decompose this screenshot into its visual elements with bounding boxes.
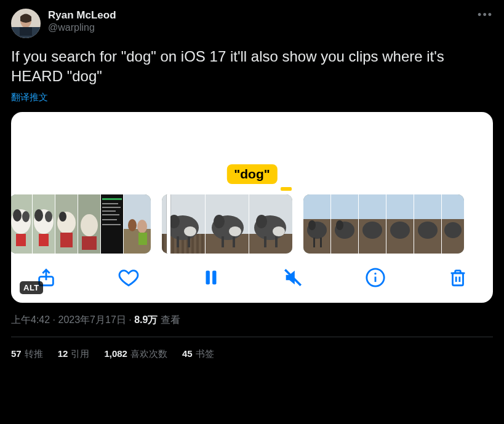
svg-rect-13 (39, 234, 49, 246)
svg-rect-8 (16, 234, 26, 246)
svg-rect-86 (452, 273, 463, 286)
svg-rect-57 (303, 194, 330, 219)
media-card[interactable]: "dog" (11, 112, 493, 303)
clip-thumb (206, 194, 249, 254)
clip-thumb (442, 194, 464, 254)
svg-point-85 (374, 273, 376, 274)
caption-badge: "dog" (226, 164, 277, 184)
svg-rect-76 (442, 194, 464, 219)
clip-thumb (249, 194, 292, 254)
svg-rect-41 (177, 236, 179, 247)
svg-rect-3 (20, 27, 32, 36)
svg-rect-62 (320, 238, 322, 247)
svg-point-47 (229, 226, 241, 236)
mute-icon[interactable] (282, 267, 303, 288)
clip-thumb (78, 194, 100, 254)
svg-point-66 (336, 220, 343, 230)
translate-link[interactable]: 翻译推文 (11, 92, 48, 103)
svg-rect-56 (275, 236, 278, 247)
clip-thumb (303, 194, 330, 254)
svg-rect-81 (212, 270, 216, 284)
svg-rect-22 (102, 198, 122, 200)
clip-thumb (124, 194, 151, 254)
svg-rect-28 (102, 224, 121, 225)
clip-thumb (331, 194, 358, 254)
svg-point-32 (137, 220, 147, 233)
svg-rect-24 (102, 207, 121, 208)
clip-group-active[interactable] (162, 194, 292, 254)
pause-icon[interactable] (201, 267, 222, 288)
svg-rect-17 (60, 233, 73, 247)
trash-icon[interactable] (447, 267, 468, 288)
info-icon[interactable] (365, 267, 386, 288)
svg-point-78 (444, 222, 462, 238)
media-inner: "dog" (11, 112, 493, 303)
svg-rect-61 (313, 238, 315, 247)
views-count: 8.9万 (134, 314, 158, 325)
svg-point-19 (81, 214, 98, 236)
alt-badge[interactable]: ALT (20, 281, 43, 294)
stat-likes[interactable]: 1,082喜欢次数 (104, 348, 167, 360)
avatar[interactable] (11, 9, 41, 38)
svg-rect-73 (414, 194, 441, 219)
clip-thumb (101, 194, 123, 254)
clip-thumb (55, 194, 78, 254)
svg-rect-48 (222, 236, 224, 247)
clip-thumb (414, 194, 441, 254)
svg-rect-70 (386, 194, 414, 219)
svg-point-60 (308, 220, 316, 230)
svg-rect-55 (264, 236, 266, 247)
svg-rect-33 (138, 233, 147, 245)
svg-point-31 (128, 219, 137, 231)
tweet-meta[interactable]: 上午4:42 · 2023年7月17日 · 8.9万 查看 (11, 314, 493, 327)
tweet-stats: 57转推 12引用 1,082喜欢次数 45书签 (11, 337, 493, 360)
tweet-text: If you search for "dog" on iOS 17 it'll … (11, 47, 493, 87)
handle: @warpling (48, 22, 116, 34)
svg-point-12 (45, 211, 52, 222)
media-toolbar (11, 254, 493, 303)
svg-rect-63 (331, 194, 358, 219)
svg-rect-80 (206, 270, 209, 284)
video-timeline[interactable] (11, 194, 493, 254)
svg-point-75 (418, 222, 438, 239)
svg-point-69 (362, 222, 382, 239)
svg-point-11 (34, 209, 43, 222)
svg-rect-25 (102, 210, 116, 212)
more-icon[interactable]: ••• (478, 9, 493, 22)
author-names[interactable]: Ryan McLeod @warpling (48, 9, 116, 34)
svg-point-72 (390, 222, 410, 239)
svg-rect-67 (359, 194, 386, 219)
stat-quotes[interactable]: 12引用 (58, 348, 90, 360)
svg-point-54 (273, 226, 285, 236)
stat-bookmarks[interactable]: 45书签 (182, 348, 214, 360)
tweet-container: Ryan McLeod @warpling ••• If you search … (0, 0, 504, 360)
svg-rect-20 (82, 236, 97, 250)
svg-point-6 (13, 209, 22, 222)
display-name: Ryan McLeod (48, 9, 116, 22)
svg-rect-26 (102, 214, 119, 215)
svg-point-7 (22, 211, 30, 222)
svg-point-16 (59, 212, 66, 222)
heart-icon[interactable] (118, 267, 139, 288)
clip-thumb (33, 194, 55, 254)
meta-time: 上午4:42 (11, 314, 50, 325)
svg-point-40 (184, 226, 196, 236)
clip-thumb (11, 194, 32, 254)
clip-thumb (359, 194, 386, 254)
svg-point-53 (256, 215, 267, 228)
svg-rect-42 (188, 236, 190, 247)
views-label: 查看 (158, 314, 180, 325)
svg-rect-23 (102, 203, 118, 204)
clip-group[interactable] (11, 194, 151, 254)
svg-rect-49 (233, 236, 235, 247)
tweet-header: Ryan McLeod @warpling ••• (11, 9, 493, 38)
stat-retweets[interactable]: 57转推 (11, 348, 43, 360)
playhead[interactable] (167, 194, 170, 254)
caption-tick (281, 187, 292, 191)
svg-point-46 (214, 215, 225, 228)
clip-thumb (386, 194, 414, 254)
clip-group[interactable] (303, 194, 464, 254)
meta-date: 2023年7月17日 (58, 314, 126, 325)
svg-rect-27 (102, 219, 117, 220)
